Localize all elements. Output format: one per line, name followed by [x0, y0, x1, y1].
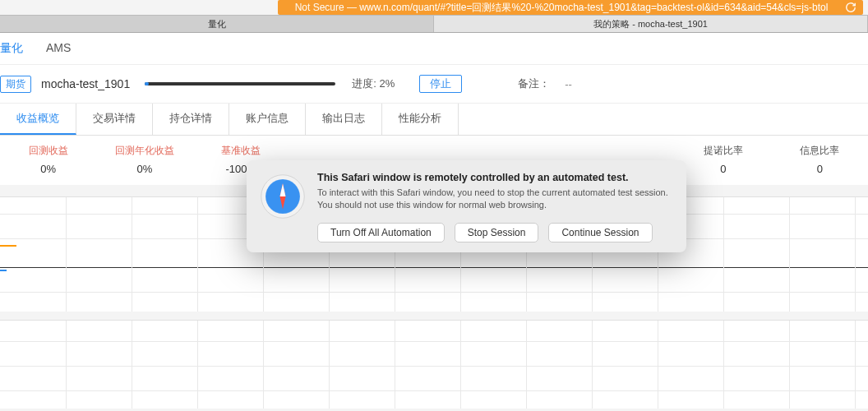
tab-overview[interactable]: 收益概览 — [0, 104, 76, 135]
url-bar[interactable]: Not Secure — www.n.com/quant/#?title=回测结… — [278, 0, 863, 15]
url-text: www.n.com/quant/#?title=回测结果%20-%20mocha… — [359, 2, 828, 13]
continue-session-button[interactable]: Continue Session — [548, 223, 652, 242]
tag-futures: 期货 — [0, 76, 31, 93]
series-benchmark-return — [0, 270, 7, 271]
strategy-name: mocha-test_1901 — [41, 77, 130, 90]
url-not-secure: Not Secure — — [295, 2, 357, 13]
metric-0: 回测收益0% — [0, 144, 96, 175]
nav-ams[interactable]: AMS — [46, 41, 71, 56]
page-nav: 量化 AMS — [0, 33, 868, 65]
metric-7: 提诺比率0 — [675, 144, 771, 175]
progress-fill — [145, 82, 149, 85]
browser-tab-1[interactable]: 我的策略 - mocha-test_1901 — [434, 16, 868, 32]
tab-positions[interactable]: 持仓详情 — [153, 104, 229, 135]
alert-buttons: Turn Off All Automation Stop Session Con… — [317, 223, 673, 242]
reload-icon[interactable] — [845, 2, 856, 13]
stop-session-button[interactable]: Stop Session — [455, 223, 539, 242]
progress-bar — [145, 82, 335, 85]
safari-icon — [260, 173, 306, 219]
turn-off-automation-button[interactable]: Turn Off All Automation — [317, 223, 445, 242]
series-backtest-return — [0, 245, 16, 247]
metric-8: 信息比率0 — [772, 144, 868, 175]
browser-tab-bar: 量化 我的策略 - mocha-test_1901 — [0, 15, 868, 33]
nav-quant[interactable]: 量化 — [0, 41, 23, 56]
subtabs: 收益概览 交易详情 持仓详情 账户信息 输出日志 性能分析 — [0, 104, 868, 136]
tab-perf[interactable]: 性能分析 — [382, 104, 459, 135]
metric-1: 回测年化收益0% — [96, 144, 192, 175]
tab-account[interactable]: 账户信息 — [229, 104, 306, 135]
alert-title: This Safari window is remotely controlle… — [317, 172, 673, 183]
browser-tab-label: 量化 — [208, 18, 226, 30]
browser-tab-label: 我的策略 - mocha-test_1901 — [593, 18, 708, 30]
remark-value: -- — [565, 78, 572, 90]
browser-tab-0[interactable]: 量化 — [0, 16, 434, 32]
progress-text: 进度: 2% — [352, 76, 395, 91]
strategy-row: 期货 mocha-test_1901 进度: 2% 停止 备注： -- — [0, 65, 868, 104]
secondary-chart — [0, 320, 868, 409]
remark-label: 备注： — [518, 76, 550, 91]
tab-logs[interactable]: 输出日志 — [306, 104, 382, 135]
tab-trades[interactable]: 交易详情 — [76, 104, 153, 135]
stop-button[interactable]: 停止 — [419, 75, 462, 93]
alert-message: To interact with this Safari window, you… — [317, 187, 673, 211]
safari-automation-alert: This Safari window is remotely controlle… — [247, 160, 686, 252]
